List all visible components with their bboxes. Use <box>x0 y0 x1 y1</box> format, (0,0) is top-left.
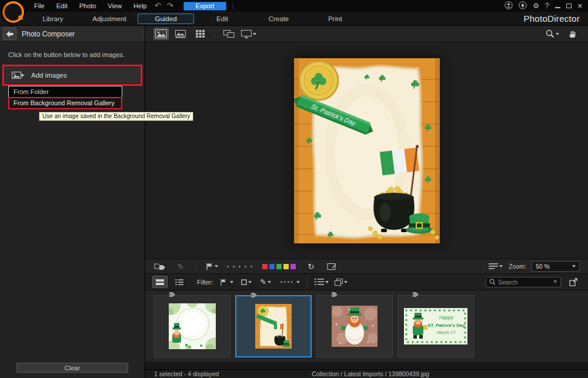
minimize-icon[interactable] <box>555 7 560 8</box>
chevron-down-icon <box>215 265 218 267</box>
edit-tag-button[interactable]: ✎ <box>173 260 188 273</box>
compare-view-button[interactable] <box>221 28 236 40</box>
menu-photo[interactable]: Photo <box>75 1 101 11</box>
compare-photos-icon <box>223 30 235 38</box>
maximize-icon[interactable] <box>566 4 572 8</box>
mode-tabs: Library Adjustment Guided Edit Create Pr… <box>25 14 363 24</box>
open-in-new-window-button[interactable] <box>566 276 581 288</box>
canvas-image-st-patricks-frame[interactable]: St. Patrick's Day <box>294 58 440 243</box>
browser-mode-button[interactable] <box>173 28 188 40</box>
thumb-image-leprechaun-egg <box>332 306 377 347</box>
color-label-yellow[interactable] <box>283 264 289 269</box>
filter-by-edited-button[interactable]: ✎ <box>258 276 273 288</box>
sort-order-button[interactable] <box>314 276 329 288</box>
chevron-down-icon <box>230 281 233 283</box>
chevron-down-icon <box>499 265 503 267</box>
rating-dots-icon <box>280 281 293 283</box>
notification-bell-icon[interactable] <box>519 1 527 11</box>
canvas-viewport[interactable]: St. Patrick's Day <box>145 42 588 259</box>
thumb-image-green-frame <box>169 303 216 349</box>
svg-text:Happy: Happy <box>439 315 454 320</box>
list-view-button[interactable] <box>172 276 187 288</box>
back-button[interactable] <box>3 28 16 40</box>
tab-guided[interactable]: Guided <box>138 14 194 24</box>
color-label-blue[interactable] <box>269 264 275 269</box>
search-icon <box>489 279 496 285</box>
filter-by-rating-button[interactable] <box>278 276 300 288</box>
external-window-icon <box>569 278 577 286</box>
grid-view-icon <box>196 30 205 38</box>
tab-adjustment[interactable]: Adjustment <box>81 14 138 24</box>
list-view-icon <box>175 279 183 285</box>
menu-edit[interactable]: Edit <box>52 1 72 11</box>
mode-tabbar: Library Adjustment Guided Edit Create Pr… <box>0 12 588 26</box>
filter-by-label-button[interactable] <box>239 276 254 288</box>
add-images-button[interactable]: Add images <box>4 66 141 84</box>
menu-file[interactable]: File <box>29 1 49 11</box>
grid-view-button[interactable] <box>192 28 208 40</box>
color-label-green[interactable] <box>276 264 282 269</box>
tag-icon <box>331 292 338 299</box>
tab-create[interactable]: Create <box>250 14 307 24</box>
titlebar-right: ⚙ ? ✕ <box>505 1 588 11</box>
thumbnail-scrollbar[interactable] <box>145 362 588 369</box>
thumbnail-green-frame[interactable] <box>154 295 230 357</box>
color-label-purple[interactable] <box>290 264 296 269</box>
redo-icon[interactable]: ↷ <box>164 2 176 10</box>
filter-label: Filter: <box>197 279 213 286</box>
rotate-button[interactable]: ↻ <box>303 260 319 273</box>
settings-gear-icon[interactable]: ⚙ <box>533 2 539 9</box>
view-options-button[interactable] <box>488 260 503 273</box>
single-photo-view-icon <box>155 29 167 38</box>
tooltip: Use an image saved in the Background Rem… <box>39 112 193 121</box>
menu-bar: File Edit Photo View Help <box>29 1 152 11</box>
secondary-display-button[interactable] <box>240 28 257 40</box>
clear-button[interactable]: Clear <box>16 363 128 373</box>
star-rating-dots[interactable] <box>227 266 252 267</box>
filter-by-flag-button[interactable] <box>219 276 235 288</box>
search-box: ✕ <box>486 277 561 287</box>
account-icon[interactable] <box>505 1 513 11</box>
viewer-mode-button[interactable] <box>153 28 169 40</box>
close-icon[interactable]: ✕ <box>577 2 583 10</box>
toolbar-separator <box>307 277 308 286</box>
rotate-icon: ↻ <box>308 263 315 270</box>
flag-filter-button[interactable] <box>204 260 219 273</box>
pencil-icon: ✎ <box>260 278 266 286</box>
menu-view[interactable]: View <box>103 1 126 11</box>
content: Photo Composer Click on the button below… <box>0 26 588 378</box>
menu-help[interactable]: Help <box>129 1 152 11</box>
thumbnail-leprechaun-egg[interactable] <box>316 295 393 357</box>
color-labels[interactable] <box>262 264 296 269</box>
tag-icon <box>250 292 258 299</box>
export-button[interactable]: Export <box>183 2 227 11</box>
thumbnail-greeting-card[interactable]: Happy ST. Patrick's Day March 17 <box>397 295 474 357</box>
clear-search-icon[interactable]: ✕ <box>553 279 557 285</box>
chevron-down-icon <box>248 281 252 283</box>
photodirector-window: File Edit Photo View Help ↶ ↷ Export ⚙ ?… <box>0 0 588 378</box>
pan-hand-button[interactable] <box>564 28 580 40</box>
auto-straighten-button[interactable] <box>324 260 339 273</box>
filter-bar-right: ✕ <box>486 276 581 288</box>
help-icon[interactable]: ? <box>545 2 549 9</box>
zoom-dropdown[interactable]: 50 % <box>532 261 580 272</box>
crop-canvas-icon <box>327 262 336 270</box>
photo-browser-view-icon <box>175 30 186 38</box>
adjust-bar-right: Zoom: 50 % <box>488 260 581 273</box>
chevron-down-icon <box>325 281 329 283</box>
zoom-tool-button[interactable] <box>544 28 560 40</box>
hand-icon <box>568 30 576 38</box>
tab-edit[interactable]: Edit <box>194 14 250 24</box>
undo-icon[interactable]: ↶ <box>152 2 164 10</box>
canvas-toolbar <box>145 26 588 42</box>
thumbnail-view-button[interactable] <box>152 276 168 288</box>
tab-print[interactable]: Print <box>307 14 363 24</box>
menu-item-from-bg-removal-gallery[interactable]: From Background Removal Gallery <box>9 98 122 109</box>
color-label-red[interactable] <box>262 264 268 269</box>
apply-tags-button[interactable] <box>152 260 168 273</box>
thumbnail-st-patricks-frame-selected[interactable] <box>235 295 312 357</box>
tab-library[interactable]: Library <box>25 14 81 24</box>
search-input[interactable] <box>498 279 550 286</box>
menu-item-from-folder[interactable]: From Folder <box>9 86 122 98</box>
stack-photos-button[interactable] <box>333 276 349 288</box>
